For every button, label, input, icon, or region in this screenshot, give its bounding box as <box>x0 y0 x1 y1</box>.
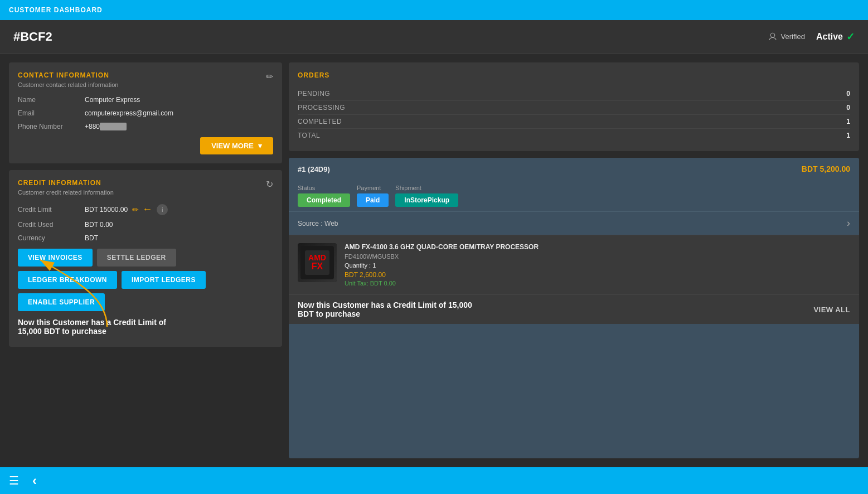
product-sku: FD4100WMGUSBX <box>345 253 850 260</box>
credit-used-row: Credit Used BDT 0.00 <box>18 221 273 229</box>
app-title: CUSTOMER DASHBOARD <box>9 6 103 14</box>
phone-label: Phone Number <box>18 123 85 130</box>
verified-label: Verified <box>781 32 805 41</box>
order-id: #1 (24D9) <box>298 165 330 173</box>
email-label: Email <box>18 109 85 117</box>
phone-prefix: +880 <box>85 123 100 130</box>
credit-card: CREDIT INFORMATION Customer credit relat… <box>9 170 282 347</box>
annotation-bottom-text: Now this Customer has a Credit Limit of … <box>298 301 472 318</box>
view-more-label: VIEW MORE <box>211 142 254 150</box>
enable-supplier-button[interactable]: ENABLE SUPPLIER <box>18 293 105 311</box>
orders-card: ORDERS PENDING 0 PROCESSING 0 COMPLETED … <box>289 62 859 151</box>
orders-table: PENDING 0 PROCESSING 0 COMPLETED 1 TOTAL… <box>298 87 850 142</box>
credit-limit-row: Credit Limit BDT 15000.00 ✏ ← i <box>18 204 273 215</box>
product-tax: Unit Tax: BDT 0.00 <box>345 280 850 287</box>
phone-blur <box>100 123 127 130</box>
payment-label: Payment <box>357 185 389 191</box>
credit-subtitle: Customer credit related information <box>18 189 114 196</box>
pending-label: PENDING <box>298 90 330 98</box>
status-label: Status <box>298 185 350 191</box>
name-row: Name Computer Express <box>18 96 273 104</box>
svg-text:FX: FX <box>312 261 323 271</box>
active-label: Active <box>816 32 843 42</box>
contact-title: CONTACT INFORMATION <box>18 71 118 79</box>
main-content: CONTACT INFORMATION Customer contact rel… <box>0 54 868 467</box>
payment-col: Payment Paid <box>357 185 389 207</box>
order-amount: BDT 5,200.00 <box>802 164 850 173</box>
header-row: #BCF2 Verified Active ✓ <box>0 20 868 54</box>
orders-pending-row: PENDING 0 <box>298 87 850 101</box>
credit-limit-edit-icon[interactable]: ✏ <box>132 205 139 214</box>
credit-refresh-button[interactable]: ↻ <box>266 179 273 190</box>
source-text: Source : Web <box>298 220 338 227</box>
orders-completed-row: COMPLETED 1 <box>298 115 850 129</box>
credit-title: CREDIT INFORMATION <box>18 179 114 187</box>
shipment-col: Shipment InStorePickup <box>395 185 458 207</box>
svg-text:AMD: AMD <box>308 253 326 262</box>
annotation-text: Now this Customer has a Credit Limit of … <box>18 316 174 338</box>
contact-card: CONTACT INFORMATION Customer contact rel… <box>9 62 282 163</box>
email-row: Email computerexpress@gmail.com <box>18 109 273 117</box>
annotation-bottom: Now this Customer has a Credit Limit of … <box>298 301 487 318</box>
credit-used-value: BDT 0.00 <box>85 221 113 229</box>
credit-limit-value: BDT 15000.00 <box>85 206 128 214</box>
payment-badge: Paid <box>357 193 389 207</box>
source-row[interactable]: Source : Web › <box>289 211 859 235</box>
order-detail-card: #1 (24D9) BDT 5,200.00 Status Completed … <box>289 158 859 458</box>
total-label: TOTAL <box>298 132 320 139</box>
name-label: Name <box>18 96 85 104</box>
shipment-label: Shipment <box>395 185 458 191</box>
email-value: computerexpress@gmail.com <box>85 109 173 117</box>
status-col: Status Completed <box>298 185 350 207</box>
name-value: Computer Express <box>85 96 140 104</box>
settle-ledger-button[interactable]: SETTLE LEDGER <box>97 249 176 267</box>
completed-value: 1 <box>846 118 850 125</box>
phone-row: Phone Number +880 <box>18 123 273 130</box>
verified-badge: Verified <box>768 32 805 42</box>
back-icon[interactable]: ‹ <box>32 473 37 488</box>
action-buttons: VIEW INVOICES SETTLE LEDGER LEDGER BREAK… <box>18 249 273 311</box>
view-invoices-button[interactable]: VIEW INVOICES <box>18 249 93 267</box>
view-all-button[interactable]: VIEW ALL <box>813 306 850 314</box>
product-info: AMD FX-4100 3.6 GHZ QUAD-CORE OEM/TRAY P… <box>345 243 850 287</box>
currency-label: Currency <box>18 234 85 242</box>
credit-limit-label: Credit Limit <box>18 206 85 214</box>
menu-icon[interactable]: ☰ <box>9 474 19 487</box>
orders-total-row: TOTAL 1 <box>298 129 850 142</box>
arrow-right-icon: ← <box>142 204 152 215</box>
bottom-bar: ☰ ‹ <box>0 467 868 494</box>
chevron-down-icon: ▾ <box>258 142 262 150</box>
verified-icon <box>768 32 778 42</box>
order-header: #1 (24D9) BDT 5,200.00 <box>289 158 859 180</box>
chevron-right-icon: › <box>847 217 850 229</box>
currency-value: BDT <box>85 234 98 242</box>
right-panel: ORDERS PENDING 0 PROCESSING 0 COMPLETED … <box>289 62 859 458</box>
shipment-badge: InStorePickup <box>395 193 458 207</box>
top-bar: CUSTOMER DASHBOARD <box>0 0 868 20</box>
ledger-breakdown-button[interactable]: LEDGER BREAKDOWN <box>18 271 117 289</box>
svg-point-0 <box>770 33 775 37</box>
amd-chip-image: AMD FX <box>298 243 337 282</box>
product-row: AMD FX AMD FX-4100 3.6 GHZ QUAD-CORE OEM… <box>289 235 859 294</box>
check-icon: ✓ <box>846 31 855 43</box>
product-image: AMD FX <box>298 243 337 282</box>
processing-value: 0 <box>846 104 850 112</box>
contact-subtitle: Customer contact related information <box>18 81 118 88</box>
contact-edit-button[interactable]: ✏ <box>266 71 273 82</box>
import-ledgers-button[interactable]: IMPORT LEDGERS <box>122 271 206 289</box>
status-badge: Completed <box>298 193 350 207</box>
active-badge: Active ✓ <box>816 31 855 43</box>
left-panel: CONTACT INFORMATION Customer contact rel… <box>9 62 282 458</box>
total-value: 1 <box>846 132 850 139</box>
product-quantity: Quantity : 1 <box>345 262 850 269</box>
header-right: Verified Active ✓ <box>768 31 855 43</box>
orders-processing-row: PROCESSING 0 <box>298 101 850 115</box>
view-more-button[interactable]: VIEW MORE ▾ <box>200 137 273 154</box>
customer-id: #BCF2 <box>13 30 52 44</box>
status-row: Status Completed Payment Paid Shipment I… <box>289 180 859 211</box>
currency-row: Currency BDT <box>18 234 273 242</box>
chip-svg: AMD FX <box>300 246 334 279</box>
pending-value: 0 <box>846 90 850 98</box>
product-price: BDT 2,600.00 <box>345 271 850 279</box>
info-icon[interactable]: i <box>157 204 168 215</box>
